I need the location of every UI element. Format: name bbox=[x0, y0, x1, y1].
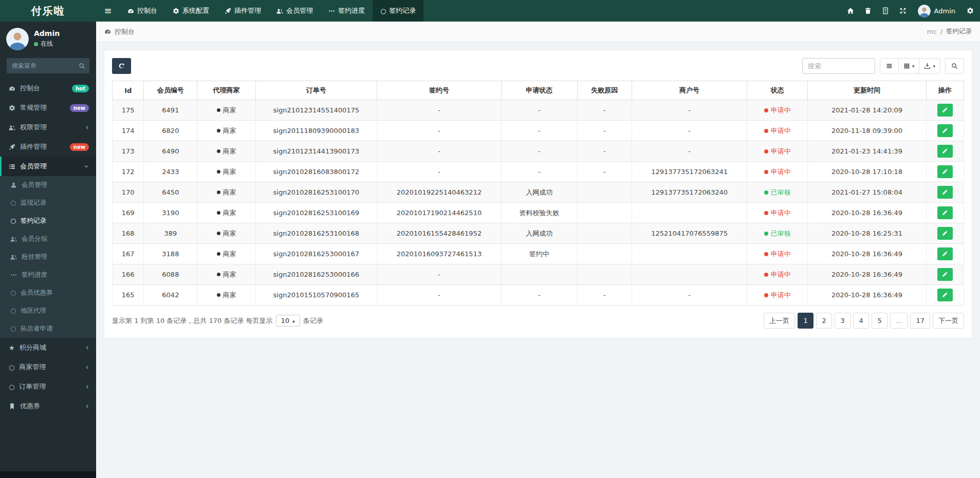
cell-member-no: 3188 bbox=[144, 244, 197, 264]
column-header[interactable]: 操作 bbox=[926, 81, 964, 100]
brand-logo[interactable]: 付乐啦 bbox=[0, 0, 96, 22]
page-button-上一页[interactable]: 上一页 bbox=[764, 313, 795, 329]
search-icon[interactable] bbox=[74, 63, 89, 69]
agent-dot bbox=[217, 211, 220, 215]
table-search-input[interactable] bbox=[802, 58, 875, 74]
column-header[interactable]: 签约号 bbox=[377, 81, 501, 100]
edit-button[interactable] bbox=[937, 186, 953, 199]
sidebar-item-4[interactable]: 会员管理 bbox=[0, 157, 96, 176]
online-status-dot bbox=[34, 42, 38, 46]
cell-merchant-no bbox=[632, 244, 747, 264]
edit-button[interactable] bbox=[937, 268, 953, 281]
cell-fail-reason: - bbox=[577, 285, 632, 305]
status-badge: 申请中 bbox=[764, 168, 791, 176]
file-button[interactable] bbox=[877, 0, 894, 22]
edit-button[interactable] bbox=[937, 124, 953, 137]
topnav-item-5[interactable]: ○签约记录 bbox=[373, 0, 423, 22]
topnav-item-3[interactable]: 会员管理 bbox=[269, 0, 321, 22]
topnav-item-2[interactable]: 插件管理 bbox=[217, 0, 269, 22]
cell-merchant-no bbox=[632, 264, 747, 285]
page-button-4[interactable]: 4 bbox=[853, 313, 869, 329]
column-header[interactable]: Id bbox=[113, 81, 144, 100]
sidebar-item-1[interactable]: 常规管理new bbox=[0, 98, 96, 118]
edit-button[interactable] bbox=[937, 289, 953, 301]
page-button-3[interactable]: 3 bbox=[835, 313, 850, 329]
topnav-item-1[interactable]: 系统配置 bbox=[165, 0, 217, 22]
sidebar-item-6[interactable]: ○商家管理‹ bbox=[0, 357, 96, 377]
sidebar-item-7[interactable]: ○订单管理‹ bbox=[0, 377, 96, 396]
column-header[interactable]: 订单号 bbox=[255, 81, 377, 100]
page-button-1[interactable]: 1 bbox=[798, 313, 813, 329]
submenu-item-8[interactable]: ○拓店者申请 bbox=[0, 320, 96, 338]
sidebar-search-input[interactable] bbox=[7, 58, 74, 73]
toggle-view-button[interactable] bbox=[880, 58, 899, 74]
page-button-2[interactable]: 2 bbox=[816, 313, 832, 329]
cell-id: 167 bbox=[113, 244, 144, 264]
column-header[interactable]: 会员编号 bbox=[144, 81, 197, 100]
refresh-button[interactable] bbox=[112, 58, 131, 74]
cell-actions bbox=[926, 244, 964, 264]
user-menu[interactable]: Admin bbox=[912, 0, 961, 22]
submenu-item-4[interactable]: 粉丝管理 bbox=[0, 248, 96, 266]
sidebar-toggle-button[interactable]: ≡ bbox=[96, 0, 120, 22]
column-header[interactable]: 更新时间 bbox=[808, 81, 926, 100]
sidebar-item-0[interactable]: 控制台hot bbox=[0, 79, 96, 98]
table-row: 1736490商家sign21012314413900173----申请中202… bbox=[113, 141, 964, 162]
cell-fail-reason: - bbox=[577, 141, 632, 162]
submenu-item-0[interactable]: 会员管理 bbox=[0, 176, 96, 194]
submenu-item-2[interactable]: ○签约记录 bbox=[0, 212, 96, 230]
toolbar-right-group: ▾▾ bbox=[802, 58, 964, 74]
edit-button[interactable] bbox=[937, 206, 953, 219]
hamburger-icon: ≡ bbox=[104, 6, 112, 15]
status-badge: 申请中 bbox=[764, 127, 791, 135]
breadcrumb-parent[interactable]: mc bbox=[927, 28, 937, 35]
topnav-item-0[interactable]: 控制台 bbox=[120, 0, 165, 22]
cell-agent: 商家 bbox=[197, 244, 255, 264]
cell-status: 申请中 bbox=[747, 285, 808, 305]
export-button[interactable]: ▾ bbox=[919, 58, 940, 74]
column-header[interactable]: 状态 bbox=[747, 81, 808, 100]
sidebar-item-3[interactable]: 插件管理new bbox=[0, 137, 96, 157]
edit-button[interactable] bbox=[937, 227, 953, 240]
toolbar-button-group: ▾▾ bbox=[880, 58, 940, 74]
submenu-item-6[interactable]: ○会员优惠券 bbox=[0, 284, 96, 302]
cell-status: 申请中 bbox=[747, 203, 808, 223]
submenu-item-1[interactable]: ○提现记录 bbox=[0, 194, 96, 212]
edit-button[interactable] bbox=[937, 104, 953, 117]
column-header[interactable]: 商户号 bbox=[632, 81, 747, 100]
search-button[interactable] bbox=[945, 58, 964, 74]
expand-button[interactable] bbox=[894, 0, 912, 22]
chevron-down-icon bbox=[84, 164, 89, 169]
avatar bbox=[918, 5, 931, 17]
page-button-17[interactable]: 17 bbox=[910, 313, 930, 329]
edit-button[interactable] bbox=[937, 145, 953, 158]
columns-button[interactable]: ▾ bbox=[898, 58, 920, 74]
sidebar-item-5[interactable]: ★积分商城‹ bbox=[0, 338, 96, 357]
column-header[interactable]: 申请状态 bbox=[502, 81, 578, 100]
sidebar-item-2[interactable]: 权限管理‹ bbox=[0, 118, 96, 137]
submenu-item-3[interactable]: 会员分组 bbox=[0, 230, 96, 248]
cell-sign-no: 20201016093727461513 bbox=[377, 244, 501, 264]
page-size-select[interactable]: 10 ▴ bbox=[276, 315, 300, 327]
settings-gear-button[interactable] bbox=[961, 0, 979, 22]
cell-agent: 商家 bbox=[197, 264, 255, 285]
cell-fail-reason: - bbox=[577, 162, 632, 182]
page-button-5[interactable]: 5 bbox=[872, 313, 887, 329]
cell-status: 申请中 bbox=[747, 244, 808, 264]
home-button[interactable] bbox=[842, 0, 859, 22]
submenu-item-5[interactable]: 签约进度 bbox=[0, 266, 96, 284]
page-button-下一页[interactable]: 下一页 bbox=[933, 313, 964, 329]
cell-id: 169 bbox=[113, 203, 144, 223]
cell-agent: 商家 bbox=[197, 203, 255, 223]
cell-member-no: 6088 bbox=[144, 264, 197, 285]
trash-button[interactable] bbox=[859, 0, 877, 22]
column-header[interactable]: 代理商家 bbox=[197, 81, 255, 100]
topnav-item-label: 会员管理 bbox=[286, 6, 313, 15]
sidebar: Admin 在线 控制台hot常规管理new权限管理‹插件管理new会员管理会员… bbox=[0, 22, 96, 478]
edit-button[interactable] bbox=[937, 247, 953, 260]
sidebar-item-8[interactable]: 优惠券‹ bbox=[0, 396, 96, 416]
edit-button[interactable] bbox=[937, 165, 953, 178]
column-header[interactable]: 失败原因 bbox=[577, 81, 632, 100]
topnav-item-4[interactable]: 签约进度 bbox=[321, 0, 373, 22]
submenu-item-7[interactable]: ○地区代理 bbox=[0, 302, 96, 320]
